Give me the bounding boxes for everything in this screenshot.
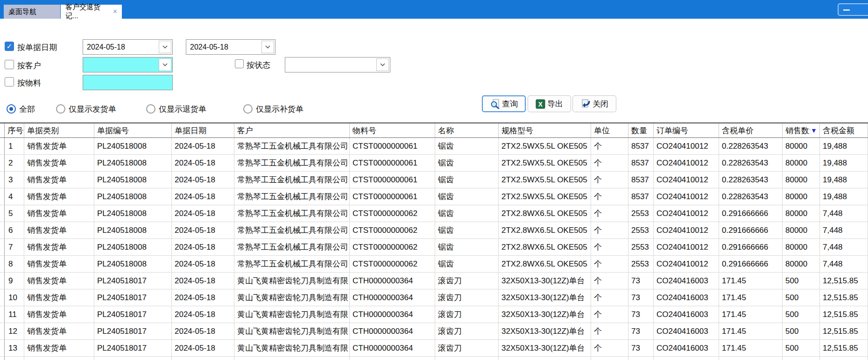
date-from-combobox[interactable]: 2024-05-18 <box>83 39 173 55</box>
cell-order-no: CO240410012 <box>654 239 719 255</box>
table-row[interactable]: 3销售发货单PL2405180082024-05-18常熟琴工五金机械工具有限公… <box>0 172 868 188</box>
table-row[interactable]: 7销售发货单PL2405180082024-05-18常熟琴工五金机械工具有限公… <box>0 239 868 256</box>
row-selector-gutter[interactable] <box>0 273 5 289</box>
column-header-tax-price[interactable]: 含税单价 <box>719 123 783 137</box>
cell-tax-amount: 12,515.85 <box>820 323 868 339</box>
table-row[interactable]: 13销售发货单PL2405180172024-05-18黄山飞黄精密齿轮刀具制造… <box>0 340 868 357</box>
row-selector-gutter[interactable] <box>0 289 5 306</box>
row-selector-gutter[interactable] <box>0 205 5 222</box>
radio-option-replenish-only[interactable]: 仅显示补货单 <box>243 103 303 115</box>
cell-tax-price: 0.291666666 <box>719 256 783 272</box>
cell-row-index: 7 <box>5 239 24 255</box>
column-header-material-no[interactable]: 物料号 <box>350 123 435 137</box>
row-selector-gutter[interactable] <box>0 222 5 238</box>
row-selector-gutter[interactable] <box>0 188 5 205</box>
table-row[interactable]: 6销售发货单PL2405180082024-05-18常熟琴工五金机械工具有限公… <box>0 222 868 239</box>
column-header-qty[interactable]: 数量 <box>628 123 654 137</box>
row-selector-gutter[interactable] <box>0 155 5 171</box>
row-selector-gutter[interactable] <box>0 306 5 323</box>
cell-customer: 常熟琴工五金机械工具有限公司 <box>234 155 350 171</box>
tab-customer-delivery-return-records[interactable]: 客户交退货记... × <box>61 5 122 19</box>
cell-doc-no: PL240518017 <box>94 306 172 323</box>
table-row[interactable]: 5销售发货单PL2405180082024-05-18常熟琴工五金机械工具有限公… <box>0 205 868 222</box>
table-row[interactable]: 9销售发货单PL2405180172024-05-18黄山飞黄精密齿轮刀具制造有… <box>0 273 868 289</box>
cell-name: 滚齿刀 <box>435 340 499 356</box>
column-header-customer[interactable]: 客户 <box>234 123 350 137</box>
by-material-checkbox[interactable]: ✓ <box>5 77 14 86</box>
chevron-down-icon[interactable] <box>159 58 171 71</box>
customer-combobox[interactable] <box>83 57 173 72</box>
cell-qty: 8537 <box>628 172 654 188</box>
table-row[interactable]: 12销售发货单PL2405180172024-05-18黄山飞黄精密齿轮刀具制造… <box>0 323 868 340</box>
chevron-down-icon[interactable] <box>261 41 274 53</box>
close-button[interactable]: 关闭 <box>572 95 616 112</box>
excel-icon: X <box>536 99 545 109</box>
column-header-row-index[interactable]: 序号 <box>5 123 24 137</box>
cell-unit: 个 <box>591 340 628 356</box>
table-row[interactable]: 1销售发货单PL2405180082024-05-18常熟琴工五金机械工具有限公… <box>0 138 868 155</box>
cell-sale-qty: 500 <box>783 273 820 289</box>
cell-empty <box>435 357 499 360</box>
cell-material-no: CTST0000000062 <box>350 239 435 255</box>
row-selector-gutter[interactable] <box>0 138 5 154</box>
column-header-tax-amount[interactable]: 含税金额 <box>820 123 868 137</box>
cell-material-no: CTH0000000364 <box>350 306 435 323</box>
cell-tax-price: 0.291666666 <box>719 239 783 255</box>
cell-tax-price: 0.228263543 <box>719 188 783 205</box>
cell-qty: 8537 <box>628 138 654 154</box>
tab-desktop-navigation[interactable]: 桌面导航 <box>4 5 60 19</box>
cell-order-no: CO240410012 <box>654 155 719 171</box>
column-header-order-no[interactable]: 订单编号 <box>654 123 719 137</box>
radio-option-all[interactable]: 全部 <box>7 103 35 115</box>
column-header-doc-date[interactable]: 单据日期 <box>172 123 234 137</box>
cell-material-no: CTST0000000061 <box>350 138 435 154</box>
row-selector-gutter[interactable] <box>0 323 5 339</box>
query-button[interactable]: 查询 <box>482 95 526 112</box>
export-button[interactable]: X 导出 <box>528 95 571 112</box>
column-header-unit[interactable]: 单位 <box>591 123 628 137</box>
table-row[interactable]: 8销售发货单PL2405180082024-05-18常熟琴工五金机械工具有限公… <box>0 256 868 273</box>
cell-material-no: CTST0000000061 <box>350 188 435 205</box>
by-customer-checkbox[interactable]: ✓ <box>5 60 14 69</box>
cell-tax-amount: 7,448 <box>820 222 868 238</box>
table-row[interactable]: 4销售发货单PL2405180082024-05-18常熟琴工五金机械工具有限公… <box>0 188 868 205</box>
cell-row-index: 5 <box>5 205 24 222</box>
cell-order-no: CO240410012 <box>654 256 719 272</box>
table-row[interactable]: 11销售发货单PL2405180172024-05-18黄山飞黄精密齿轮刀具制造… <box>0 306 868 323</box>
column-header-sale-qty[interactable]: 销售数量▼ <box>783 123 820 137</box>
row-selector-gutter[interactable] <box>0 172 5 188</box>
material-input[interactable] <box>83 75 173 90</box>
row-selector-gutter[interactable] <box>0 239 5 255</box>
cell-name: 锯齿 <box>435 256 499 272</box>
radio-option-delivery-only[interactable]: 仅显示发货单 <box>56 103 116 115</box>
status-combobox[interactable] <box>285 57 390 72</box>
cell-sale-qty: 80000 <box>783 205 820 222</box>
row-selector-gutter[interactable] <box>0 340 5 356</box>
chevron-down-icon[interactable] <box>376 58 389 71</box>
by-date-checkbox[interactable]: ✓ <box>5 42 14 51</box>
date-to-combobox[interactable]: 2024-05-18 <box>186 39 275 55</box>
cell-order-no: CO240416003 <box>654 340 719 356</box>
cell-material-no: CTH0000000364 <box>350 273 435 289</box>
tabstrip-overflow-button[interactable] <box>838 3 868 16</box>
column-header-name[interactable]: 名称 <box>435 123 499 137</box>
row-selector-gutter[interactable] <box>0 256 5 272</box>
table-row[interactable]: 10销售发货单PL2405180172024-05-18黄山飞黄精密齿轮刀具制造… <box>0 289 868 306</box>
cell-qty: 2553 <box>628 239 654 255</box>
chevron-down-icon[interactable] <box>159 41 171 53</box>
cell-material-no: CTH0000000364 <box>350 289 435 306</box>
tab-close-icon[interactable]: × <box>113 8 117 15</box>
column-header-doc-type[interactable]: 单据类别 <box>24 123 94 137</box>
cell-unit: 个 <box>591 155 628 171</box>
check-icon: ✓ <box>5 42 14 50</box>
by-status-checkbox[interactable]: ✓ <box>235 59 244 68</box>
column-header-doc-no[interactable]: 单据编号 <box>94 123 172 137</box>
radio-icon <box>7 104 16 114</box>
cell-doc-no: PL240518008 <box>94 155 172 171</box>
cell-doc-date: 2024-05-18 <box>172 340 234 356</box>
cell-name: 滚齿刀 <box>435 323 499 339</box>
column-header-spec[interactable]: 规格型号 <box>499 123 591 137</box>
cell-order-no: CO240410012 <box>654 222 719 238</box>
table-row[interactable]: 2销售发货单PL2405180082024-05-18常熟琴工五金机械工具有限公… <box>0 155 868 172</box>
radio-option-return-only[interactable]: 仅显示退货单 <box>146 103 206 115</box>
